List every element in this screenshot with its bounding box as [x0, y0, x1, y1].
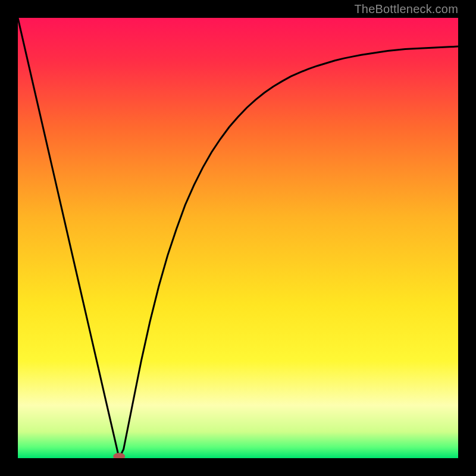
watermark-text: TheBottleneck.com — [354, 2, 458, 16]
chart-frame: TheBottleneck.com — [0, 0, 476, 476]
gradient-background — [18, 18, 458, 458]
chart-svg — [18, 18, 458, 458]
plot-area — [18, 18, 458, 458]
